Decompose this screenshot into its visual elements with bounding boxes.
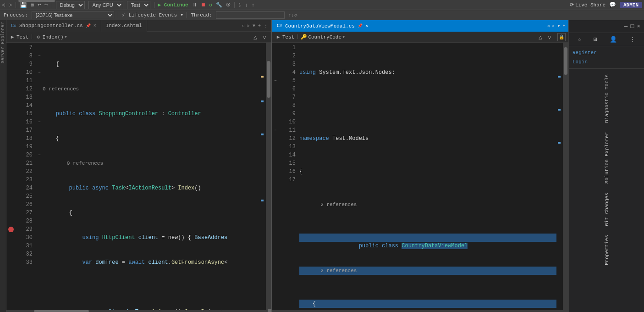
step-into-icon[interactable]: ↓ [245, 2, 248, 8]
fold20[interactable]: − [36, 151, 43, 159]
right-tab-scroll-right[interactable]: ▷ [551, 23, 556, 28]
ln28: 28 [17, 217, 33, 225]
fold16[interactable]: − [36, 118, 43, 126]
thread-label: Thread: [191, 12, 212, 18]
left-hscrollbar[interactable] [6, 310, 271, 312]
diagnostic-tools-label[interactable]: Diagnostic Tools [601, 71, 612, 127]
left-vscrollbar[interactable] [266, 43, 271, 310]
git-changes-label[interactable]: Git Changes [601, 189, 612, 230]
code-line13: var domTree = await client.GetFromJsonAs… [43, 258, 259, 267]
save-icon[interactable]: 💾 [20, 1, 27, 9]
ellipsis-icon[interactable]: ⋮ [629, 36, 635, 43]
rfold5[interactable]: − [272, 77, 279, 85]
debug-restart-icon[interactable]: ↺ [209, 2, 213, 8]
rcode-line6: 2 references [299, 267, 556, 275]
right-tab-scroll-left[interactable]: ◁ [545, 23, 550, 28]
left-method-btn[interactable]: ⚙ Index() ▼ [35, 34, 67, 40]
rfold11[interactable]: − [272, 126, 279, 134]
fold8[interactable]: − [36, 52, 43, 60]
vp-labels: Diagnostic Tools Solution Explorer Git C… [569, 69, 644, 271]
fold27-28 [36, 209, 43, 225]
tab1-close[interactable]: × [94, 23, 96, 28]
right-tab-bar: C# CountryDataViewModal.cs 📌 × ◁ ▷ ▼ + [272, 20, 568, 32]
pin-icon[interactable]: 📌 [86, 23, 91, 28]
tab-shopping-controller[interactable]: C# ShoppingController.cs 📌 × [6, 20, 101, 32]
debug-tools-icon[interactable]: 🔧 [216, 2, 222, 8]
sep5 [118, 12, 118, 18]
right-method-btn[interactable]: 🔑 CountryCode ▼ [301, 34, 345, 40]
thread-input[interactable] [216, 11, 285, 19]
bp-line30 [6, 234, 16, 242]
right-method-icon: 🔑 [301, 34, 307, 40]
fold22-25 [36, 167, 43, 201]
left-code-panel: C# ShoppingController.cs 📌 × Index.cshtm… [6, 20, 272, 312]
tab-scroll-right[interactable]: ▷ [246, 23, 251, 28]
debug-dropdown[interactable]: Debug [56, 1, 85, 9]
cpu-dropdown[interactable]: Any CPU [88, 1, 123, 9]
rcode-line1: using System.Text.Json.Nodes; [299, 68, 556, 77]
debug-pause-icon[interactable]: ⏸ [192, 2, 197, 8]
undo-icon[interactable]: ↩ [38, 1, 41, 8]
right-method-arrow[interactable]: ▼ [342, 35, 345, 39]
win-maximize[interactable]: □ [630, 23, 634, 30]
right-vscrollbar[interactable] [563, 43, 568, 310]
person-icon[interactable]: 👤 [610, 36, 617, 43]
breakpoint-dot-29[interactable] [8, 227, 14, 232]
lifecycle-arrow[interactable]: ▼ [181, 13, 183, 17]
debug-stop-icon[interactable]: ⏹ [201, 2, 206, 8]
redo-icon[interactable]: ↪ [44, 1, 48, 8]
ln33: 33 [17, 258, 33, 267]
window-controls: — □ × [624, 23, 640, 30]
process-dropdown[interactable]: [23716] Test.exe [32, 11, 114, 19]
tab-right-close[interactable]: × [365, 23, 369, 29]
tab-dropdown[interactable]: ▼ [251, 23, 257, 28]
right-vscrollbar-thumb[interactable] [564, 47, 567, 75]
tab-new[interactable]: + [257, 23, 262, 28]
right-nav-down[interactable]: ▽ [545, 33, 554, 41]
nav-up-btn[interactable]: △ [251, 33, 259, 41]
sep1 [16, 2, 16, 8]
right-tab-new[interactable]: + [561, 24, 567, 28]
server-explorer-label[interactable]: Server Explorer [0, 20, 6, 65]
code-line10-ref: 0 references [43, 159, 259, 167]
right-code-content[interactable]: using System.Text.Json.Nodes; namespace … [299, 43, 556, 310]
left-project-btn[interactable]: ▶ Test [9, 34, 28, 40]
pin-icon-right[interactable]: 📌 [358, 23, 363, 28]
win-close[interactable]: × [637, 23, 640, 30]
method-dropdown-arrow[interactable]: ▼ [65, 35, 67, 39]
columns-icon[interactable]: ⊞ [594, 36, 597, 43]
lock-icon[interactable]: 🔒 [557, 33, 566, 41]
back-icon[interactable]: ◁ [2, 1, 5, 8]
left-hscrollbar-thumb[interactable] [34, 310, 89, 312]
login-button[interactable]: Login [572, 59, 640, 65]
breakpoints-icon[interactable]: ⦿ [226, 2, 231, 8]
liveshare-button[interactable]: ⟳ Live Share [570, 2, 605, 8]
continue-button[interactable]: ▶ Continue [158, 2, 188, 8]
bookmark-icon[interactable]: ☆ [578, 36, 581, 43]
left-code-content[interactable]: { 0 references public class ShoppingCont… [43, 43, 259, 310]
left-vscrollbar-thumb[interactable] [267, 61, 270, 98]
fold10[interactable]: − [36, 68, 43, 77]
step-over-icon[interactable]: ⤵ [238, 2, 241, 8]
solution-explorer-label[interactable]: Solution Explorer [601, 128, 612, 187]
properties-label[interactable]: Properties [601, 231, 612, 269]
register-button[interactable]: Register [572, 50, 640, 56]
nav-down-btn[interactable]: ▽ [260, 33, 269, 41]
tab-index-cshtml[interactable]: Index.cshtml [101, 20, 147, 32]
project-dropdown[interactable]: Test [127, 1, 150, 9]
tab-scroll-left[interactable]: ◁ [240, 23, 246, 28]
step-out-icon[interactable]: ↑ [252, 2, 255, 8]
right-tab-dropdown[interactable]: ▼ [556, 24, 561, 28]
rfold12 [272, 134, 279, 143]
feedback-icon[interactable]: 💬 [609, 1, 616, 8]
tab-more[interactable]: ⋮ [262, 23, 270, 28]
win-minimize[interactable]: — [624, 23, 628, 30]
right-nav-up[interactable]: △ [536, 33, 545, 41]
save-all-icon[interactable]: ⊞ [31, 2, 34, 8]
tab-country-model[interactable]: C# CountryDataViewModal.cs 📌 × [272, 20, 373, 32]
forward-icon[interactable]: ▷ [9, 1, 12, 8]
right-project-btn[interactable]: ▶ Test [275, 34, 294, 40]
right-hscrollbar[interactable] [272, 310, 568, 312]
ln23: 23 [17, 176, 33, 184]
fold29 [36, 225, 43, 234]
